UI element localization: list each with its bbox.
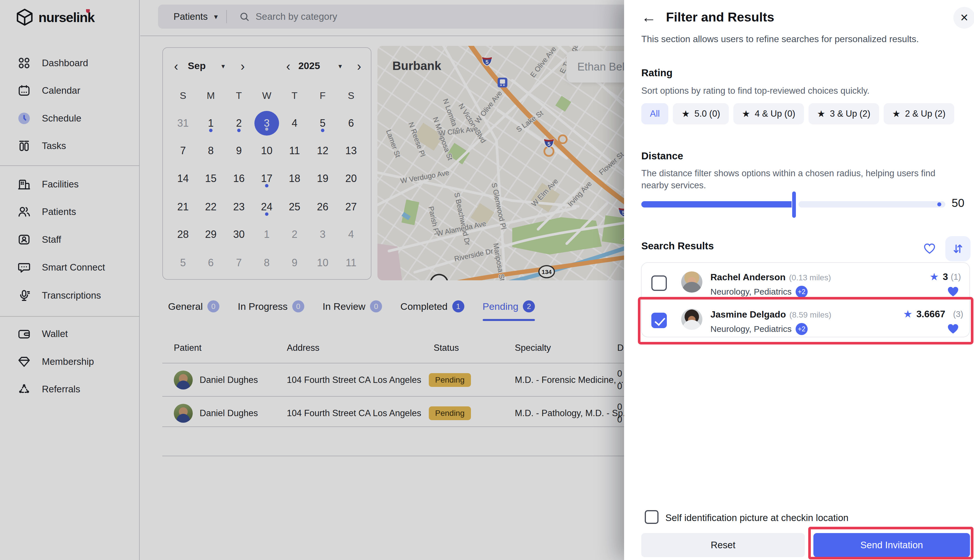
- result-checkbox[interactable]: [652, 275, 667, 291]
- rating-section-description: Sort options by rating to find top-revie…: [641, 85, 870, 97]
- result-specialties-text: Neurology, Pediatrics: [710, 324, 792, 334]
- star-icon: ★: [929, 271, 939, 283]
- rating-chip-4-up-0-[interactable]: ★4 & Up (0): [733, 103, 804, 124]
- rating-chip-label: 5.0 (0): [694, 108, 720, 119]
- result-rating: 3.6667: [916, 309, 945, 320]
- rating-chip-label: 3 & Up (2): [830, 108, 870, 119]
- sort-icon: [952, 242, 964, 255]
- search-results-title: Search Results: [641, 240, 714, 252]
- result-name: Jasmine Delgado(8.59 miles): [710, 309, 831, 320]
- rating-chip-3-up-2-[interactable]: ★3 & Up (2): [809, 103, 879, 124]
- distance-slider-track[interactable]: [799, 201, 945, 207]
- favorites-heart-icon[interactable]: [923, 242, 936, 255]
- more-specialties-badge: +2: [795, 323, 808, 335]
- distance-section-title: Distance: [641, 150, 683, 162]
- result-rating: 3: [943, 272, 948, 282]
- favorite-heart-icon[interactable]: [946, 285, 960, 298]
- more-specialties-badge: +2: [795, 286, 808, 298]
- distance-section-description: The distance filter shows options within…: [641, 167, 947, 192]
- search-result-item[interactable]: Jasmine Delgado(8.59 miles)Neurology, Pe…: [642, 300, 969, 336]
- star-icon: ★: [903, 308, 912, 320]
- self-identification-label: Self identification picture at checkin l…: [665, 512, 849, 523]
- sort-button[interactable]: [945, 236, 971, 262]
- star-icon: ★: [817, 108, 825, 119]
- distance-value: 50: [952, 197, 964, 210]
- search-result-item[interactable]: Rachel Anderson(0.13 miles)Neurology, Pe…: [642, 263, 969, 298]
- rating-chips: All★5.0 (0)★4 & Up (0)★3 & Up (2)★2 & Up…: [641, 103, 954, 124]
- filter-results-panel: ← Filter and Results ✕ This section allo…: [624, 0, 974, 560]
- close-button[interactable]: ✕: [953, 7, 974, 29]
- distance-slider-track-filled[interactable]: [641, 201, 792, 207]
- result-review-count: (3): [953, 310, 963, 319]
- result-divider: [642, 299, 969, 300]
- panel-subtitle: This section allows users to refine sear…: [641, 34, 919, 44]
- distance-slider-end-dot: [937, 202, 941, 206]
- rating-chip-label: All: [650, 108, 660, 119]
- rating-chip-2-up-2-[interactable]: ★2 & Up (2): [884, 103, 954, 124]
- favorite-heart-icon[interactable]: [946, 322, 960, 336]
- rating-section-title: Rating: [641, 67, 673, 78]
- send-invitation-button[interactable]: Send Invitation: [814, 533, 970, 557]
- avatar: [681, 309, 702, 330]
- result-name: Rachel Anderson(0.13 miles): [710, 272, 831, 283]
- star-icon: ★: [682, 108, 690, 119]
- star-icon: ★: [742, 108, 750, 119]
- result-specialties: Neurology, Pediatrics+2: [710, 323, 808, 335]
- distance-slider-handle[interactable]: [792, 192, 796, 218]
- rating-chip-all[interactable]: All: [641, 103, 668, 124]
- result-specialties-text: Neurology, Pediatrics: [710, 287, 792, 297]
- result-distance: (8.59 miles): [789, 310, 831, 319]
- result-review-count: (1): [951, 272, 961, 282]
- result-distance: (0.13 miles): [789, 273, 831, 282]
- rating-chip-label: 4 & Up (0): [755, 108, 795, 119]
- self-identification-checkbox[interactable]: [645, 510, 658, 524]
- panel-title: Filter and Results: [666, 10, 774, 25]
- star-icon: ★: [892, 108, 900, 119]
- close-icon: ✕: [960, 12, 969, 24]
- result-checkbox[interactable]: [652, 313, 667, 328]
- result-specialties: Neurology, Pediatrics+2: [710, 286, 808, 298]
- reset-button[interactable]: Reset: [641, 533, 805, 557]
- rating-chip-5-0-0-[interactable]: ★5.0 (0): [673, 103, 728, 124]
- back-arrow-button[interactable]: ←: [640, 8, 657, 26]
- rating-chip-label: 2 & Up (2): [905, 108, 945, 119]
- avatar: [681, 272, 702, 293]
- search-results-list: Rachel Anderson(0.13 miles)Neurology, Pe…: [641, 262, 970, 337]
- modal-dim-overlay: [0, 0, 624, 560]
